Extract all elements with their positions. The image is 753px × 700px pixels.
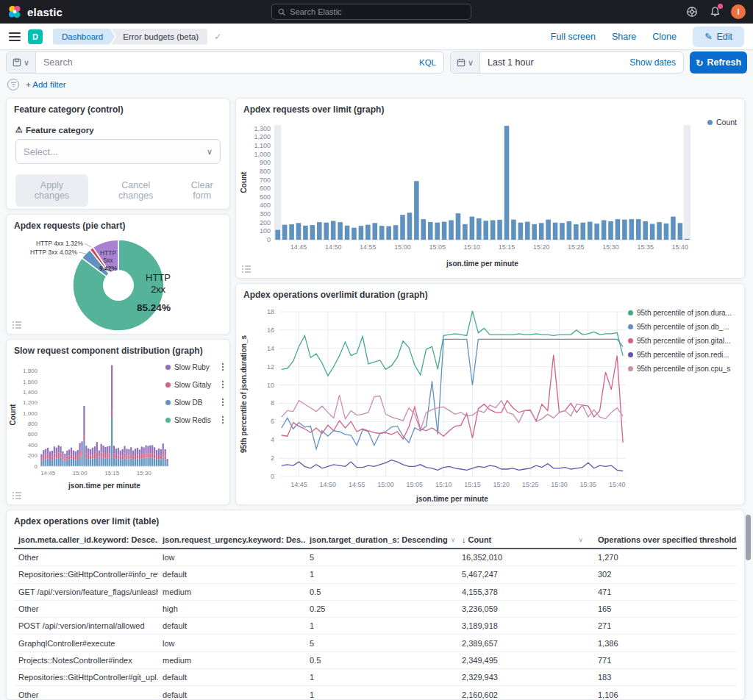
stacked-bar-segment[interactable]: [143, 465, 145, 466]
stacked-bar-segment[interactable]: [85, 458, 87, 466]
stacked-bar-segment[interactable]: [96, 457, 98, 465]
stacked-bar-segment[interactable]: [90, 460, 91, 466]
breadcrumb-dashboard[interactable]: Dashboard: [53, 29, 115, 45]
stacked-bar-segment[interactable]: [107, 454, 108, 458]
stacked-bar-segment[interactable]: [66, 456, 68, 460]
stacked-bar-segment[interactable]: [124, 446, 125, 454]
bar[interactable]: [539, 223, 544, 240]
bar[interactable]: [636, 219, 641, 240]
stacked-bar-segment[interactable]: [163, 457, 164, 466]
stacked-bar-segment[interactable]: [40, 458, 42, 461]
stacked-bar-segment[interactable]: [54, 465, 55, 466]
bar[interactable]: [643, 221, 648, 240]
stacked-bar-segment[interactable]: [40, 465, 42, 466]
stacked-bar-segment[interactable]: [113, 446, 115, 453]
stacked-bar-segment[interactable]: [81, 465, 82, 466]
stacked-bar-segment[interactable]: [149, 446, 151, 454]
bar[interactable]: [525, 222, 530, 240]
bar[interactable]: [622, 220, 627, 240]
legend-toggle-icon[interactable]: [12, 321, 22, 329]
stacked-bar-segment[interactable]: [102, 454, 104, 458]
stacked-bar-segment[interactable]: [49, 451, 51, 457]
refresh-button[interactable]: ↻ Refresh: [690, 51, 747, 74]
stacked-bar-segment[interactable]: [165, 455, 166, 459]
bar[interactable]: [289, 224, 294, 240]
stacked-bar-segment[interactable]: [166, 459, 168, 461]
stacked-bar-segment[interactable]: [75, 457, 76, 460]
stacked-bar-segment[interactable]: [79, 443, 81, 452]
stacked-bar-segment[interactable]: [60, 453, 61, 457]
cancel-changes-button[interactable]: Cancel changes: [107, 180, 165, 201]
column-header[interactable]: ↓Count∨: [457, 535, 593, 544]
stacked-bar-segment[interactable]: [96, 465, 98, 466]
stacked-bar-segment[interactable]: [62, 460, 63, 466]
stacked-bar-segment[interactable]: [145, 465, 146, 466]
stacked-bar-segment[interactable]: [73, 451, 74, 457]
stacked-bar-segment[interactable]: [85, 454, 87, 458]
stacked-bar-segment[interactable]: [132, 457, 134, 460]
stacked-bar-segment[interactable]: [165, 449, 166, 456]
stacked-bar-segment[interactable]: [66, 451, 68, 457]
stacked-bar-segment[interactable]: [126, 449, 127, 455]
time-range-value[interactable]: Last 1 hour: [480, 57, 629, 68]
stacked-bar-segment[interactable]: [147, 454, 149, 458]
bar[interactable]: [567, 221, 572, 240]
bar[interactable]: [442, 222, 447, 240]
elastic-logo[interactable]: elastic: [7, 4, 63, 19]
stacked-bar-segment[interactable]: [60, 465, 61, 466]
stacked-bar-segment[interactable]: [124, 465, 125, 466]
stacked-bar-segment[interactable]: [137, 448, 138, 454]
stacked-bar-segment[interactable]: [139, 460, 140, 466]
stacked-bar-segment[interactable]: [71, 454, 72, 459]
stacked-bar-segment[interactable]: [128, 455, 129, 459]
stacked-bar-segment[interactable]: [81, 441, 82, 451]
stacked-bar-segment[interactable]: [132, 460, 134, 465]
stacked-bar-segment[interactable]: [102, 446, 104, 454]
legend-item[interactable]: 95th percentile of json.db_...: [628, 323, 740, 331]
stacked-bar-segment[interactable]: [51, 451, 53, 457]
bar[interactable]: [664, 224, 669, 240]
stacked-bar-segment[interactable]: [99, 456, 100, 460]
stacked-bar-segment[interactable]: [130, 454, 132, 459]
stacked-bar-segment[interactable]: [71, 465, 72, 466]
stacked-bar-segment[interactable]: [51, 460, 53, 465]
stacked-bar-segment[interactable]: [151, 465, 153, 466]
edit-button[interactable]: ✎ Edit: [693, 26, 744, 47]
stacked-bar-segment[interactable]: [83, 406, 85, 435]
legend-item[interactable]: Slow Ruby: [165, 362, 226, 372]
stacked-bar-segment[interactable]: [88, 459, 89, 465]
stacked-bar-segment[interactable]: [149, 457, 151, 465]
feature-category-select[interactable]: Select... ∨: [15, 139, 221, 164]
bar[interactable]: [407, 213, 413, 240]
line-series[interactable]: [282, 311, 623, 376]
stacked-bar-segment[interactable]: [75, 451, 76, 457]
stacked-bar-segment[interactable]: [56, 454, 57, 459]
stacked-bar-segment[interactable]: [109, 458, 110, 466]
legend-menu-icon[interactable]: [220, 362, 226, 372]
line-series[interactable]: [282, 395, 623, 431]
user-avatar[interactable]: I: [731, 4, 746, 19]
stacked-bar-segment[interactable]: [111, 412, 113, 417]
stacked-bar-segment[interactable]: [40, 461, 42, 466]
global-search[interactable]: [271, 4, 471, 20]
stacked-bar-segment[interactable]: [62, 457, 63, 460]
bar[interactable]: [518, 223, 524, 240]
stacked-bar-segment[interactable]: [160, 459, 162, 465]
stacked-bar-segment[interactable]: [130, 465, 132, 466]
stacked-bar-segment[interactable]: [118, 454, 119, 458]
bar[interactable]: [560, 223, 565, 240]
stacked-bar-segment[interactable]: [102, 465, 104, 466]
stacked-bar-segment[interactable]: [99, 451, 100, 457]
bar[interactable]: [456, 213, 461, 240]
bar[interactable]: [546, 220, 551, 240]
stacked-bar-segment[interactable]: [71, 458, 72, 465]
bar[interactable]: [490, 220, 496, 240]
stacked-bar-segment[interactable]: [120, 451, 121, 457]
stacked-bar-segment[interactable]: [163, 465, 164, 466]
kql-toggle[interactable]: KQL: [412, 58, 443, 67]
bar[interactable]: [386, 226, 391, 240]
stacked-bar-segment[interactable]: [120, 465, 121, 466]
bar[interactable]: [379, 226, 385, 240]
stacked-bar-segment[interactable]: [94, 458, 96, 465]
stacked-bar-segment[interactable]: [54, 446, 55, 453]
